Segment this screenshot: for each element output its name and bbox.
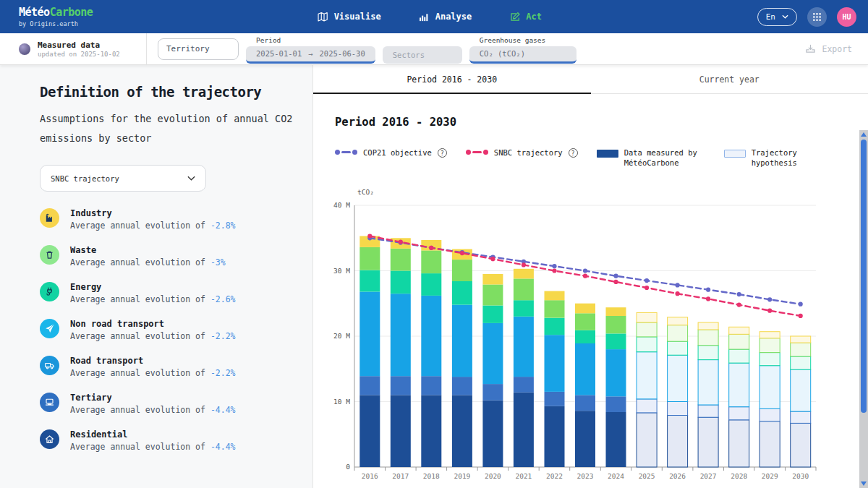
bar-segment-hypothesis-2027[interactable]: [698, 418, 718, 468]
trajectory-point[interactable]: [706, 297, 710, 301]
bar-segment-2020[interactable]: [482, 384, 503, 401]
bar-segment-hypothesis-2029[interactable]: [760, 421, 780, 467]
trajectory-point[interactable]: [613, 280, 618, 284]
trajectory-point[interactable]: [552, 269, 556, 273]
period-value[interactable]: 2025-01-01 → 2025-06-30: [246, 46, 375, 64]
bar-segment-hypothesis-2026[interactable]: [668, 416, 688, 468]
bar-segment-2022[interactable]: [545, 335, 565, 393]
bar-segment-2018[interactable]: [421, 251, 441, 274]
bar-segment-2020[interactable]: [482, 274, 503, 285]
nav-item-analyse[interactable]: Analyse: [419, 12, 472, 22]
bar-segment-2023[interactable]: [575, 304, 595, 314]
bar-segment-2016[interactable]: [359, 377, 380, 395]
bar-segment-hypothesis-2030[interactable]: [791, 336, 811, 343]
trajectory-point[interactable]: [676, 283, 680, 288]
bar-segment-2016[interactable]: [359, 247, 380, 270]
bar-segment-2020[interactable]: [482, 306, 503, 323]
bar-segment-2022[interactable]: [545, 291, 565, 301]
tab-current-year[interactable]: Current year: [591, 65, 868, 93]
gases-value[interactable]: CO₂ (tCO₂): [469, 46, 576, 64]
bar-segment-2024[interactable]: [606, 349, 626, 396]
export-button[interactable]: Export: [805, 43, 852, 54]
bar-segment-hypothesis-2026[interactable]: [668, 325, 688, 342]
bar-segment-hypothesis-2027[interactable]: [698, 405, 718, 417]
bar-segment-hypothesis-2025[interactable]: [637, 313, 657, 323]
bar-segment-2019[interactable]: [452, 377, 472, 395]
help-icon[interactable]: ?: [438, 148, 447, 158]
trajectory-point[interactable]: [737, 292, 741, 296]
bar-segment-hypothesis-2029[interactable]: [760, 332, 780, 338]
trajectory-point[interactable]: [737, 303, 741, 307]
trajectory-point[interactable]: [460, 251, 464, 255]
bar-segment-hypothesis-2028[interactable]: [729, 335, 749, 350]
bar-segment-2021[interactable]: [514, 377, 534, 393]
bar-segment-2024[interactable]: [606, 316, 626, 333]
bar-segment-hypothesis-2028[interactable]: [729, 363, 749, 407]
bar-segment-2017[interactable]: [391, 395, 411, 468]
bar-segment-hypothesis-2025[interactable]: [637, 413, 657, 467]
trajectory-point[interactable]: [522, 263, 526, 267]
bar-segment-hypothesis-2030[interactable]: [791, 424, 811, 468]
scroll-up-arrow-icon[interactable]: [861, 132, 867, 137]
bar-segment-hypothesis-2027[interactable]: [698, 346, 718, 360]
bar-segment-2022[interactable]: [545, 301, 565, 318]
bar-segment-hypothesis-2029[interactable]: [760, 366, 780, 409]
bar-segment-2019[interactable]: [452, 395, 472, 468]
trajectory-point[interactable]: [644, 278, 649, 283]
vertical-scrollbar[interactable]: [859, 130, 868, 488]
bar-segment-hypothesis-2029[interactable]: [760, 353, 780, 366]
trajectory-select[interactable]: SNBC trajectory: [40, 165, 206, 192]
bar-segment-2021[interactable]: [514, 317, 534, 377]
bar-segment-2024[interactable]: [606, 334, 626, 350]
bar-segment-2017[interactable]: [391, 294, 411, 377]
bar-segment-2018[interactable]: [421, 377, 441, 395]
bar-segment-hypothesis-2025[interactable]: [637, 322, 657, 337]
bar-segment-2023[interactable]: [575, 343, 595, 395]
bar-segment-2024[interactable]: [606, 412, 626, 467]
bar-segment-2022[interactable]: [545, 318, 565, 335]
bar-segment-hypothesis-2030[interactable]: [791, 343, 811, 356]
trajectory-point[interactable]: [583, 274, 587, 278]
trajectory-point[interactable]: [706, 288, 710, 292]
bar-segment-2019[interactable]: [452, 260, 472, 281]
bar-segment-hypothesis-2028[interactable]: [729, 328, 749, 335]
bar-segment-hypothesis-2028[interactable]: [729, 420, 749, 467]
bar-segment-2019[interactable]: [452, 305, 472, 377]
bar-segment-hypothesis-2026[interactable]: [668, 342, 688, 356]
bar-segment-hypothesis-2025[interactable]: [637, 399, 657, 413]
bar-segment-2023[interactable]: [575, 314, 595, 331]
trajectory-point[interactable]: [799, 302, 803, 307]
trajectory-point[interactable]: [676, 291, 680, 296]
bar-segment-hypothesis-2028[interactable]: [729, 407, 749, 420]
bar-segment-hypothesis-2030[interactable]: [791, 356, 811, 369]
bar-segment-hypothesis-2030[interactable]: [791, 411, 811, 423]
bar-segment-hypothesis-2029[interactable]: [760, 338, 780, 353]
trajectory-point[interactable]: [799, 314, 803, 318]
bar-segment-hypothesis-2028[interactable]: [729, 349, 749, 363]
trajectory-point[interactable]: [644, 286, 649, 290]
scrollbar-thumb[interactable]: [861, 140, 867, 413]
sectors-value[interactable]: Sectors: [383, 46, 462, 64]
trajectory-point[interactable]: [490, 257, 495, 261]
bar-segment-2020[interactable]: [482, 323, 503, 384]
sectors-filter[interactable]: Sectors: [383, 35, 462, 64]
bar-segment-hypothesis-2027[interactable]: [698, 360, 718, 405]
tab-period-2016-2030[interactable]: Period 2016 - 2030: [313, 65, 591, 93]
bar-segment-2021[interactable]: [514, 301, 534, 317]
bar-segment-2023[interactable]: [575, 411, 595, 468]
bar-segment-2024[interactable]: [606, 397, 626, 413]
bar-segment-hypothesis-2026[interactable]: [668, 317, 688, 325]
bar-segment-hypothesis-2027[interactable]: [698, 322, 718, 330]
bar-segment-hypothesis-2025[interactable]: [637, 352, 657, 399]
bar-segment-2016[interactable]: [359, 270, 380, 292]
bar-segment-2021[interactable]: [514, 269, 534, 279]
nav-item-visualise[interactable]: Visualise: [318, 12, 381, 22]
period-filter[interactable]: Period 2025-01-01 → 2025-06-30: [246, 35, 375, 64]
bar-segment-hypothesis-2027[interactable]: [698, 330, 718, 346]
bar-segment-2018[interactable]: [421, 395, 441, 468]
bar-segment-2019[interactable]: [452, 281, 472, 305]
bar-segment-2016[interactable]: [359, 292, 380, 377]
bar-segment-2021[interactable]: [514, 393, 534, 467]
trajectory-point[interactable]: [429, 246, 433, 250]
greenhouse-gases-filter[interactable]: Greenhouse gases CO₂ (tCO₂): [469, 35, 576, 64]
